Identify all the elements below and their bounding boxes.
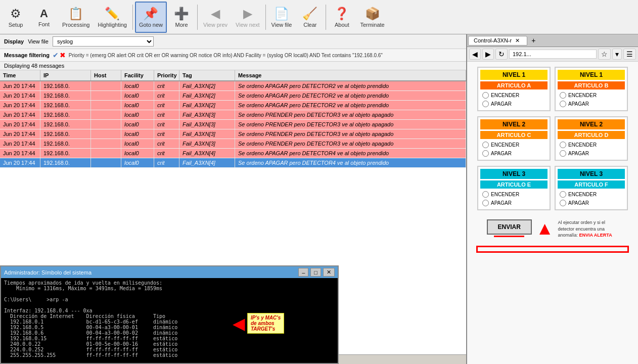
enviar-area: ENVIAR ▲ Al ejecutar orden y si el detec… — [487, 219, 619, 239]
clear-button[interactable]: 🧹 Clear — [296, 2, 324, 33]
td-time: Jun 20 17:44 — [0, 120, 40, 129]
apagar-radio[interactable] — [560, 150, 566, 157]
table-row[interactable]: Jun 20 17:44 192.168.0. local0 crit Fail… — [0, 149, 466, 158]
table-row[interactable]: Jun 20 17:44 192.168.0. local0 crit Fail… — [0, 158, 466, 168]
view-next-icon: ▶ — [243, 7, 252, 21]
view-prev-button[interactable]: ◀ View prev — [200, 2, 231, 33]
filter-no-icon[interactable]: ✖ — [60, 51, 66, 59]
encender-radio[interactable] — [482, 92, 489, 99]
encender-radio[interactable] — [560, 92, 566, 99]
terminal-minimize-button[interactable]: – — [298, 268, 308, 277]
filter-label: Message filtering — [4, 52, 50, 58]
td-host — [91, 139, 121, 148]
terminal-close-button[interactable]: ✕ — [323, 268, 335, 277]
encender-radio[interactable] — [560, 191, 566, 198]
encender-radio-row: ENCENDER — [558, 91, 625, 100]
encender-label: ENCENDER — [491, 142, 519, 148]
view-file-button[interactable]: 📄 View file — [268, 2, 296, 33]
refresh-button[interactable]: ↻ — [495, 49, 508, 60]
table-row[interactable]: Jun 20 17:44 192.168.0. local0 crit Fail… — [0, 81, 466, 91]
encender-radio[interactable] — [482, 191, 489, 198]
font-button[interactable]: A Font — [30, 2, 58, 33]
th-tag[interactable]: Tag — [179, 70, 235, 80]
setup-icon: ⚙ — [10, 7, 21, 21]
table-header: Time IP Host Facility Priority Tag Messa… — [0, 70, 466, 81]
articulo-header: ARTICULO C — [480, 131, 548, 139]
td-host — [91, 81, 121, 90]
annotation-text: IP's y MAC'sde ambosTARGET's — [247, 313, 284, 334]
apagar-radio[interactable] — [560, 200, 566, 206]
td-time: Jun 20 17:44 — [0, 158, 40, 167]
back-button[interactable]: ◀ — [469, 49, 481, 60]
encender-radio-row: ENCENDER — [480, 190, 548, 199]
browser-tab-close-icon[interactable]: ✕ — [513, 36, 522, 44]
table-row[interactable]: Jun 20 17:44 192.168.0. local0 crit Fail… — [0, 120, 466, 129]
encender-radio-row: ENCENDER — [558, 141, 625, 149]
apagar-radio[interactable] — [482, 101, 489, 107]
apagar-radio-row: APAGAR — [558, 100, 625, 108]
apagar-radio[interactable] — [482, 150, 489, 157]
th-priority[interactable]: Priority — [154, 70, 179, 80]
td-ip: 192.168.0. — [40, 158, 91, 167]
file-select[interactable]: syslog — [53, 36, 154, 47]
terminal-maximize-button[interactable]: □ — [310, 268, 321, 277]
td-priority: crit — [154, 139, 179, 148]
td-ip: 192.168.0. — [40, 139, 91, 148]
td-priority: crit — [154, 120, 179, 129]
th-message[interactable]: Message — [235, 70, 466, 80]
table-row[interactable]: Jun 20 17:44 192.168.0. local0 crit Fail… — [0, 101, 466, 110]
td-host — [91, 101, 121, 110]
th-facility[interactable]: Facility — [121, 70, 154, 80]
td-priority: crit — [154, 81, 179, 90]
goto-new-button[interactable]: 📌 Goto new — [135, 2, 167, 33]
th-host[interactable]: Host — [91, 70, 121, 80]
td-priority: crit — [154, 158, 179, 167]
terminal-title: Administrador: Símbolo del sistema — [4, 269, 92, 276]
right-panel: Control-A3XN-r ✕ + ◀ ▶ ↻ ☆ ▾ ☰ NIVEL 1 A… — [466, 34, 638, 364]
browser-tab-add-icon[interactable]: + — [528, 35, 538, 46]
th-ip[interactable]: IP — [40, 70, 91, 80]
address-bar[interactable] — [509, 50, 597, 59]
view-next-button[interactable]: ▶ View next — [232, 2, 263, 33]
browser-nav: ◀ ▶ ↻ ☆ ▾ ☰ — [467, 47, 638, 62]
forward-button[interactable]: ▶ — [482, 49, 494, 60]
td-tag: Fail_A3XN[2] — [179, 81, 235, 90]
td-facility: local0 — [121, 149, 154, 158]
table-row[interactable]: Jun 20 17:44 192.168.0. local0 crit Fail… — [0, 129, 466, 139]
apagar-radio[interactable] — [482, 200, 489, 206]
th-time[interactable]: Time — [0, 70, 40, 80]
enviar-button[interactable]: ENVIAR — [487, 219, 532, 235]
terminate-button[interactable]: 📦 Terminate — [356, 2, 388, 33]
encender-radio[interactable] — [482, 142, 489, 148]
apagar-radio[interactable] — [560, 101, 566, 107]
td-time: Jun 20 17:44 — [0, 110, 40, 119]
nivel-header: NIVEL 1 — [480, 70, 548, 80]
td-facility: local0 — [121, 110, 154, 119]
bookmarks-list-button[interactable]: ▾ — [612, 49, 622, 60]
menu-button[interactable]: ☰ — [623, 49, 636, 60]
separator-1 — [132, 5, 133, 30]
encender-radio[interactable] — [560, 142, 566, 148]
encender-label: ENCENDER — [568, 93, 597, 98]
display-bar: Display View file syslog — [0, 34, 466, 49]
filter-ok-icon[interactable]: ✔ — [53, 51, 59, 59]
td-tag: Fail_A3XN[3] — [179, 120, 235, 129]
bookmark-button[interactable]: ☆ — [598, 49, 611, 60]
table-row[interactable]: Jun 20 17:44 192.168.0. local0 crit Fail… — [0, 91, 466, 101]
highlighting-button[interactable]: ✏️ Highlighting — [94, 2, 130, 33]
td-ip: 192.168.0. — [40, 120, 91, 129]
annotation-left-arrow-icon: ◀ — [233, 314, 245, 333]
setup-button[interactable]: ⚙ Setup — [2, 2, 29, 33]
apagar-label: APAGAR — [491, 151, 512, 156]
about-button[interactable]: ❓ About — [328, 2, 355, 33]
td-time: Jun 20 17:44 — [0, 129, 40, 139]
terminate-icon: 📦 — [365, 7, 380, 21]
red-alert-box — [476, 246, 629, 253]
td-priority: crit — [154, 149, 179, 158]
td-time: Jun 20 17:44 — [0, 101, 40, 110]
table-row[interactable]: Jun 20 17:44 192.168.0. local0 crit Fail… — [0, 110, 466, 120]
processing-button[interactable]: 📋 Processing — [59, 2, 93, 33]
more-button[interactable]: ➕ More — [168, 2, 195, 33]
browser-tab-active[interactable]: Control-A3XN-r ✕ — [468, 36, 527, 46]
table-row[interactable]: Jun 20 17:44 192.168.0. local0 crit Fail… — [0, 139, 466, 149]
